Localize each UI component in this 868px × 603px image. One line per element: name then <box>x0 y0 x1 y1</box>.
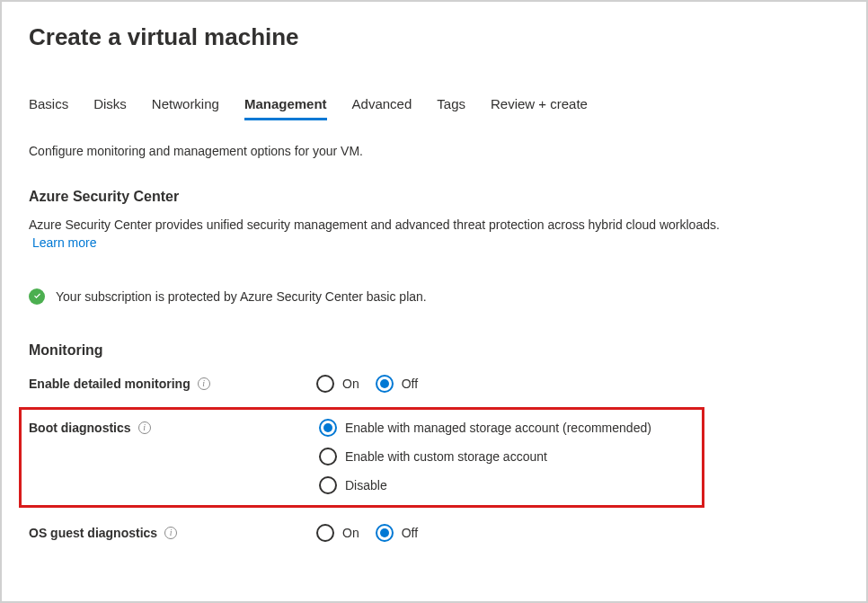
os-guest-label-wrap: OS guest diagnostics i <box>29 524 316 540</box>
security-center-desc: Azure Security Center provides unified s… <box>29 217 720 232</box>
tab-basics[interactable]: Basics <box>29 96 68 119</box>
tab-tags[interactable]: Tags <box>437 96 465 119</box>
detailed-monitoring-label: Enable detailed monitoring <box>29 377 190 391</box>
boot-diagnostics-label-wrap: Boot diagnostics i <box>29 419 319 435</box>
radio-label: Off <box>402 526 418 540</box>
page-title: Create a virtual machine <box>29 23 839 51</box>
radio-label: Off <box>402 377 418 391</box>
detailed-monitoring-off[interactable]: Off <box>376 375 418 393</box>
os-guest-label: OS guest diagnostics <box>29 526 157 540</box>
boot-diagnostics-group: Enable with managed storage account (rec… <box>319 419 651 494</box>
radio-icon <box>319 476 337 494</box>
radio-label: Enable with managed storage account (rec… <box>345 421 651 435</box>
radio-icon <box>316 375 334 393</box>
radio-icon <box>376 375 394 393</box>
detailed-monitoring-group: On Off <box>316 375 418 393</box>
tab-review-create[interactable]: Review + create <box>491 96 588 119</box>
info-icon[interactable]: i <box>198 377 210 390</box>
radio-icon <box>319 448 337 466</box>
detailed-monitoring-row: Enable detailed monitoring i On Off <box>29 375 839 393</box>
tabs: Basics Disks Networking Management Advan… <box>29 96 839 119</box>
tab-disks[interactable]: Disks <box>93 96 127 119</box>
boot-custom-option[interactable]: Enable with custom storage account <box>319 448 651 466</box>
tab-management[interactable]: Management <box>244 96 327 119</box>
info-icon[interactable]: i <box>164 527 177 539</box>
radio-icon <box>316 524 334 542</box>
boot-diagnostics-highlight: Boot diagnostics i Enable with managed s… <box>19 407 704 508</box>
radio-label: Disable <box>345 478 387 492</box>
os-guest-off[interactable]: Off <box>376 524 418 542</box>
boot-disable-option[interactable]: Disable <box>319 476 651 494</box>
radio-label: On <box>342 377 359 391</box>
learn-more-link[interactable]: Learn more <box>32 235 97 250</box>
radio-label: Enable with custom storage account <box>345 449 547 464</box>
os-guest-diagnostics-row: OS guest diagnostics i On Off <box>29 524 839 542</box>
detailed-monitoring-on[interactable]: On <box>316 375 359 393</box>
security-status-text: Your subscription is protected by Azure … <box>56 289 427 304</box>
security-status-row: Your subscription is protected by Azure … <box>29 288 839 305</box>
security-center-heading: Azure Security Center <box>29 189 839 205</box>
radio-icon <box>319 419 337 437</box>
radio-icon <box>376 524 394 542</box>
os-guest-on[interactable]: On <box>316 524 359 542</box>
check-circle-icon <box>29 288 45 305</box>
detailed-monitoring-label-wrap: Enable detailed monitoring i <box>29 375 316 391</box>
os-guest-group: On Off <box>316 524 418 542</box>
security-center-text: Azure Security Center provides unified s… <box>29 216 839 253</box>
tab-networking[interactable]: Networking <box>152 96 219 119</box>
monitoring-heading: Monitoring <box>29 342 839 359</box>
info-icon[interactable]: i <box>138 421 151 434</box>
boot-diagnostics-label: Boot diagnostics <box>29 421 131 435</box>
page-description: Configure monitoring and management opti… <box>29 144 839 158</box>
tab-advanced[interactable]: Advanced <box>352 96 412 119</box>
radio-label: On <box>342 526 359 540</box>
boot-diagnostics-row: Boot diagnostics i Enable with managed s… <box>29 419 695 494</box>
boot-managed-option[interactable]: Enable with managed storage account (rec… <box>319 419 651 437</box>
